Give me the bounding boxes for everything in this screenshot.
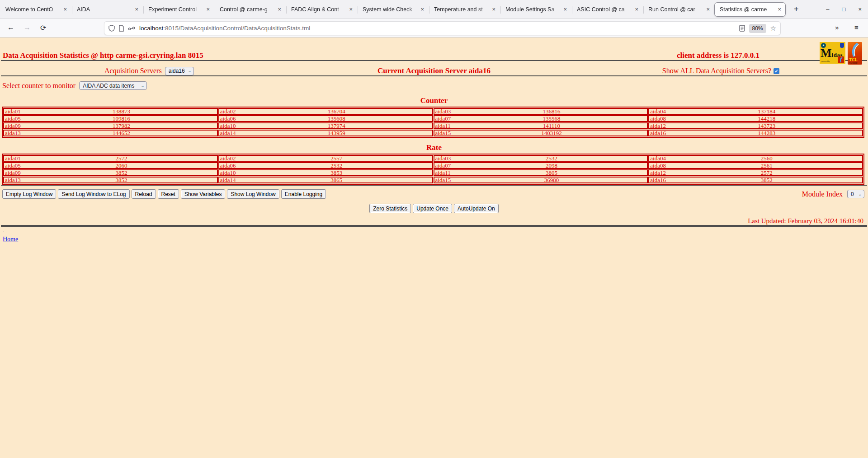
tracking-shield-icon[interactable] xyxy=(108,25,115,32)
module-index-select[interactable]: 0 ⌄ xyxy=(847,190,864,198)
table-cell: aida01138873 xyxy=(3,108,218,115)
browser-tab[interactable]: Module Settings Sa× xyxy=(500,2,571,17)
channel-name: aida03 xyxy=(434,109,474,114)
table-cell: aida05109816 xyxy=(3,115,218,122)
table-cell: aida062532 xyxy=(218,162,433,169)
channel-name: aida13 xyxy=(4,131,44,136)
log-buttons-row: Empty Log WindowSend Log Window to ELogR… xyxy=(0,189,868,199)
channel-name: aida05 xyxy=(4,116,44,121)
enable-logging-button[interactable]: Enable Logging xyxy=(281,189,326,199)
channel-value: 136816 xyxy=(474,109,647,114)
rate-row: aida012572aida022557aida032532aida042560 xyxy=(3,155,863,162)
minimize-icon[interactable]: – xyxy=(826,6,829,13)
browser-tab[interactable]: ASIC Control @ ca× xyxy=(571,2,643,17)
close-window-icon[interactable]: × xyxy=(858,6,862,13)
new-tab-button[interactable]: + xyxy=(791,5,802,14)
close-tab-icon[interactable]: × xyxy=(491,6,497,13)
permissions-icon[interactable] xyxy=(128,26,135,31)
rate-table: aida012572aida022557aida032532aida042560… xyxy=(2,154,864,185)
counter-row: aida13144652aida14143959aida151403192aid… xyxy=(3,130,863,136)
browser-tab[interactable]: Run Control @ car× xyxy=(643,2,714,17)
channel-name: aida09 xyxy=(4,170,44,175)
counter-pair: aida11141110 xyxy=(434,123,647,128)
show-variables-button[interactable]: Show Variables xyxy=(181,189,226,199)
close-tab-icon[interactable]: × xyxy=(276,6,283,13)
page-title: Data Acquisition Statistics @ http carme… xyxy=(3,51,203,60)
forward-icon[interactable]: → xyxy=(24,23,31,32)
server-row: Acquisition Servers aida16 ⌄ Current Acq… xyxy=(0,66,868,75)
autoupdate-on-button[interactable]: AutoUpdate On xyxy=(454,204,499,213)
close-tab-icon[interactable]: × xyxy=(348,6,354,13)
channel-value: 2557 xyxy=(259,156,432,161)
table-cell: aida042560 xyxy=(648,155,863,162)
channel-value: 144218 xyxy=(689,116,862,121)
browser-tab[interactable]: FADC Align & Cont× xyxy=(286,2,357,17)
table-cell: aida16144283 xyxy=(648,130,863,136)
url-text[interactable]: localhost:8015/DataAcquisitionControl/Da… xyxy=(139,25,310,32)
divider xyxy=(1,185,867,186)
channel-value: 3852 xyxy=(689,178,862,182)
reset-button[interactable]: Reset xyxy=(158,189,179,199)
channel-name: aida14 xyxy=(219,131,259,136)
close-tab-icon[interactable]: × xyxy=(205,6,211,13)
counter-monitor-select[interactable]: AIDA ADC data items ⌄ xyxy=(79,81,147,90)
acquisition-servers-group: Acquisition Servers aida16 ⌄ xyxy=(0,67,377,75)
channel-value: 3853 xyxy=(259,170,432,175)
show-log-window-button[interactable]: Show Log Window xyxy=(227,189,279,199)
send-log-window-to-elog-button[interactable]: Send Log Window to ELog xyxy=(58,189,129,199)
tab-title: Experiment Control xyxy=(148,6,205,13)
table-cell: aida12143723 xyxy=(648,122,863,129)
browser-tab[interactable]: Temperature and st× xyxy=(429,2,500,17)
close-tab-icon[interactable]: × xyxy=(133,6,140,13)
channel-value: 2560 xyxy=(689,156,862,161)
counter-pair: aida12143723 xyxy=(649,123,862,128)
toolbar-overflow-icon[interactable]: » xyxy=(835,23,839,31)
show-all-checkbox[interactable]: ✓ xyxy=(774,68,779,74)
reload-icon[interactable]: ⟳ xyxy=(40,23,46,32)
acquisition-server-select[interactable]: aida16 ⌄ xyxy=(165,67,194,75)
browser-tab[interactable]: Statistics @ carme× xyxy=(714,2,786,17)
empty-log-window-button[interactable]: Empty Log Window xyxy=(2,189,56,199)
browser-tab[interactable]: Welcome to CentO× xyxy=(0,2,71,17)
show-all-group: Show ALL Data Acquisition Servers? ✓ xyxy=(662,67,868,75)
counter-pair: aida07135568 xyxy=(434,116,647,121)
channel-name: aida13 xyxy=(4,178,44,182)
table-cell: aida14143959 xyxy=(218,130,433,136)
maximize-icon[interactable]: □ xyxy=(842,6,846,13)
url-bar[interactable]: localhost:8015/DataAcquisitionControl/Da… xyxy=(104,21,781,35)
tab-title: AIDA xyxy=(77,6,133,13)
close-tab-icon[interactable]: × xyxy=(62,6,68,13)
browser-tab[interactable]: Experiment Control× xyxy=(143,2,214,17)
channel-name: aida11 xyxy=(434,123,474,128)
close-tab-icon[interactable]: × xyxy=(633,6,640,13)
back-icon[interactable]: ← xyxy=(7,23,14,32)
close-tab-icon[interactable]: × xyxy=(419,6,425,13)
browser-tab[interactable]: Control @ carme-g× xyxy=(214,2,286,17)
browser-tab[interactable]: AIDA× xyxy=(71,2,143,17)
counter-pair: aida03136816 xyxy=(434,109,647,114)
channel-value: 136704 xyxy=(259,109,432,114)
channel-value: 3852 xyxy=(44,170,217,175)
update-once-button[interactable]: Update Once xyxy=(413,204,452,213)
reader-mode-icon[interactable] xyxy=(739,25,745,32)
table-cell: aida072098 xyxy=(434,162,648,169)
home-link[interactable]: Home xyxy=(3,236,18,243)
bookmark-star-icon[interactable]: ☆ xyxy=(770,24,776,33)
table-cell: aida052060 xyxy=(3,162,218,169)
browser-tab[interactable]: System wide Check× xyxy=(357,2,429,17)
tab-separator xyxy=(500,6,501,14)
close-tab-icon[interactable]: × xyxy=(776,6,783,13)
channel-value: 135608 xyxy=(259,116,432,121)
tab-title: Temperature and st xyxy=(434,6,491,13)
tab-separator xyxy=(215,6,215,14)
zoom-level-badge[interactable]: 80% xyxy=(749,24,766,33)
page-info-icon[interactable] xyxy=(118,25,124,32)
close-tab-icon[interactable]: × xyxy=(562,6,568,13)
close-tab-icon[interactable]: × xyxy=(705,6,711,13)
menu-hamburger-icon[interactable]: ≡ xyxy=(854,23,859,31)
zero-statistics-button[interactable]: Zero Statistics xyxy=(369,204,411,213)
channel-name: aida16 xyxy=(649,178,689,182)
reload-button[interactable]: Reload xyxy=(132,189,156,199)
channel-value: 3805 xyxy=(474,170,647,175)
midas-powered-by: powered by xyxy=(821,60,830,62)
